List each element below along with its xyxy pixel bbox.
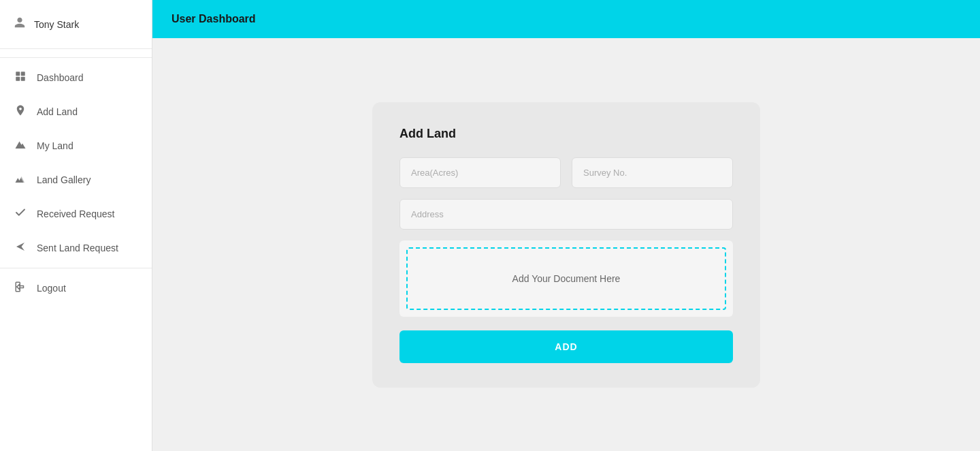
sidebar-item-dashboard[interactable]: Dashboard — [0, 61, 152, 95]
svg-rect-0 — [16, 72, 20, 76]
sidebar-item-my-land[interactable]: My Land — [0, 129, 152, 163]
sidebar-item-received-request[interactable]: Received Request — [0, 197, 152, 231]
address-input[interactable] — [399, 199, 733, 230]
sidebar-item-label: Dashboard — [37, 72, 84, 83]
sidebar-item-label: Received Request — [37, 208, 114, 219]
sidebar-item-label: Logout — [37, 283, 66, 294]
grid-icon — [14, 70, 27, 85]
user-icon — [14, 16, 26, 32]
area-input[interactable] — [399, 157, 561, 188]
form-title: Add Land — [399, 127, 733, 141]
svg-rect-1 — [21, 72, 25, 76]
pin-icon — [14, 104, 27, 119]
main-content: User Dashboard Add Land Add Your Documen… — [152, 0, 980, 451]
form-row-area-survey — [399, 157, 733, 188]
document-upload-area[interactable]: Add Your Document Here — [406, 247, 726, 310]
header-title: User Dashboard — [172, 13, 256, 25]
add-button[interactable]: ADD — [399, 330, 733, 363]
sidebar-item-label: Land Gallery — [37, 174, 91, 185]
document-upload-outer: Add Your Document Here — [399, 240, 733, 317]
survey-input[interactable] — [572, 157, 733, 188]
sidebar-divider-bottom — [0, 268, 152, 268]
sidebar-user: Tony Stark — [0, 0, 152, 49]
sidebar-nav: Dashboard Add Land My Land — [0, 49, 152, 451]
sidebar-item-land-gallery[interactable]: Land Gallery — [0, 163, 152, 197]
svg-rect-2 — [16, 77, 20, 81]
mountain-icon — [14, 138, 27, 153]
content-area: Add Land Add Your Document Here ADD — [152, 38, 980, 451]
sidebar-item-add-land[interactable]: Add Land — [0, 95, 152, 129]
sidebar-item-label: Add Land — [37, 106, 78, 117]
add-land-card: Add Land Add Your Document Here ADD — [372, 102, 760, 388]
header: User Dashboard — [152, 0, 980, 38]
sidebar-item-sent-land-request[interactable]: Sent Land Request — [0, 231, 152, 265]
sidebar-item-label: My Land — [37, 140, 74, 151]
sidebar: Tony Stark Dashboard Add Land — [0, 0, 152, 451]
svg-rect-3 — [21, 77, 25, 81]
check-arrow-icon — [14, 206, 27, 221]
logout-icon — [14, 281, 27, 296]
sidebar-username: Tony Stark — [34, 19, 79, 30]
sidebar-divider-top — [0, 57, 152, 58]
mountain2-icon — [14, 172, 27, 187]
form-row-address — [399, 199, 733, 230]
sidebar-item-label: Sent Land Request — [37, 243, 118, 253]
document-upload-label: Add Your Document Here — [512, 273, 621, 284]
send-arrow-icon — [14, 240, 27, 255]
sidebar-item-logout[interactable]: Logout — [0, 271, 152, 305]
